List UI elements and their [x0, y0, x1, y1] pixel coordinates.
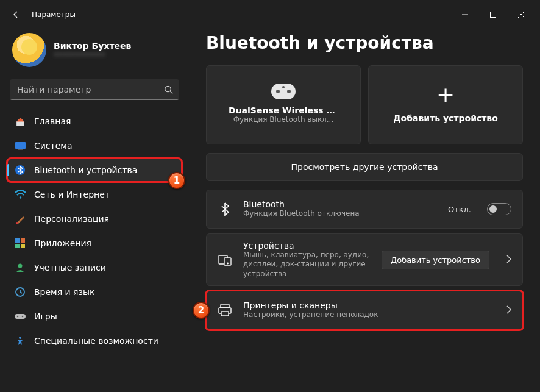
add-device-label: Добавить устройство — [393, 113, 498, 123]
controller-icon — [271, 84, 296, 99]
svg-point-15 — [22, 316, 24, 318]
sidebar-item-bluetooth-devices[interactable]: Bluetooth и устройства 1 — [7, 159, 182, 182]
sidebar-item-label: Персонализация — [34, 214, 109, 224]
setting-row-bluetooth[interactable]: Bluetooth Функция Bluetooth отключена От… — [206, 190, 523, 229]
profile-email: •••••••••••• — [54, 51, 131, 59]
printer-icon — [218, 304, 232, 316]
main-content: Bluetooth и устройства DualSense Wireles… — [189, 29, 540, 392]
sidebar-item-gaming[interactable]: Игры — [7, 305, 182, 328]
setting-subtitle: Функция Bluetooth отключена — [243, 209, 437, 219]
chevron-right-icon — [506, 254, 511, 266]
sidebar-item-accessibility[interactable]: Специальные возможности — [7, 329, 182, 352]
sidebar-item-label: Система — [34, 141, 72, 151]
svg-rect-8 — [21, 238, 25, 243]
svg-point-19 — [227, 263, 229, 264]
svg-point-11 — [18, 264, 23, 268]
clock-icon — [15, 287, 26, 298]
bluetooth-toggle[interactable] — [487, 203, 511, 215]
setting-title: Принтеры и сканеры — [243, 301, 496, 310]
device-card-dualsense[interactable]: DualSense Wireless Cont... Функция Bluet… — [206, 65, 361, 144]
setting-title: Устройства — [243, 241, 371, 251]
sidebar-item-label: Bluetooth и устройства — [34, 165, 137, 175]
wifi-icon — [15, 189, 26, 200]
annotation-marker-2: 2 — [193, 302, 210, 319]
device-card-title: DualSense Wireless Cont... — [229, 105, 338, 115]
sidebar-item-accounts[interactable]: Учетные записи — [7, 256, 182, 279]
svg-point-16 — [19, 337, 21, 339]
close-icon — [518, 12, 524, 18]
apps-icon — [15, 238, 26, 249]
brush-icon — [15, 213, 26, 224]
setting-title: Bluetooth — [243, 199, 437, 209]
sidebar-item-label: Главная — [34, 116, 71, 126]
svg-rect-20 — [221, 305, 229, 308]
svg-point-6 — [16, 222, 18, 224]
setting-row-devices[interactable]: Устройства Мышь, клавиатура, перо, аудио… — [206, 233, 523, 286]
sidebar-item-personalization[interactable]: Персонализация — [7, 207, 182, 230]
system-icon — [15, 140, 26, 151]
back-button[interactable] — [5, 4, 27, 26]
svg-rect-13 — [15, 314, 26, 319]
close-button[interactable] — [507, 5, 535, 24]
bluetooth-icon — [218, 202, 232, 216]
sidebar-item-home[interactable]: Главная — [7, 110, 182, 133]
view-more-devices-button[interactable]: Просмотреть другие устройства — [206, 153, 523, 181]
svg-point-1 — [165, 86, 171, 91]
sidebar: Виктор Бухтеев •••••••••••• Главная Сист… — [0, 29, 189, 392]
sidebar-item-label: Приложения — [34, 238, 91, 248]
view-more-label: Просмотреть другие устройства — [291, 162, 438, 172]
setting-subtitle: Мышь, клавиатура, перо, аудио, дисплеи, … — [243, 251, 371, 279]
sidebar-item-label: Время и язык — [34, 287, 94, 297]
sidebar-item-label: Игры — [34, 312, 57, 321]
svg-point-5 — [19, 196, 21, 199]
avatar — [12, 33, 46, 67]
sidebar-nav: Главная Система Bluetooth и устройства 1… — [7, 110, 182, 352]
sidebar-item-label: Учетные записи — [34, 263, 106, 273]
svg-point-14 — [17, 316, 19, 318]
add-device-button[interactable]: Добавить устройство — [382, 251, 489, 269]
sidebar-item-label: Специальные возможности — [34, 336, 158, 346]
sidebar-item-network[interactable]: Сеть и Интернет — [7, 183, 182, 206]
home-icon — [15, 116, 26, 127]
svg-rect-0 — [491, 12, 496, 18]
devices-icon — [218, 254, 232, 266]
add-device-card[interactable]: + Добавить устройство — [368, 65, 523, 144]
svg-rect-7 — [15, 238, 20, 243]
page-title: Bluetooth и устройства — [206, 33, 523, 53]
search-input[interactable] — [10, 79, 179, 100]
device-card-subtitle: Функция Bluetooth выкл... — [233, 115, 334, 124]
maximize-icon — [490, 12, 496, 18]
svg-rect-2 — [15, 142, 26, 149]
plus-icon: + — [436, 84, 455, 106]
profile-block[interactable]: Виктор Бухтеев •••••••••••• — [7, 29, 182, 77]
gamepad-icon — [15, 311, 26, 322]
svg-rect-3 — [18, 149, 23, 150]
accounts-icon — [15, 262, 26, 273]
search-icon — [164, 85, 173, 94]
sidebar-item-time-language[interactable]: Время и язык — [7, 280, 182, 304]
toggle-state-label: Откл. — [448, 205, 471, 214]
arrow-left-icon — [11, 10, 21, 20]
svg-rect-9 — [15, 244, 20, 248]
minimize-button[interactable] — [451, 5, 479, 24]
title-bar: Параметры — [0, 0, 540, 29]
sidebar-item-system[interactable]: Система — [7, 134, 182, 157]
svg-rect-22 — [221, 312, 229, 316]
maximize-button[interactable] — [479, 5, 507, 24]
bluetooth-icon — [15, 165, 26, 176]
chevron-right-icon — [506, 305, 511, 316]
sidebar-item-apps[interactable]: Приложения — [7, 232, 182, 255]
setting-subtitle: Настройки, устранение неполадок — [243, 310, 496, 320]
minimize-icon — [462, 12, 468, 18]
search-box — [10, 79, 179, 100]
accessibility-icon — [15, 335, 26, 346]
svg-rect-10 — [21, 244, 25, 248]
setting-row-printers-scanners[interactable]: Принтеры и сканеры Настройки, устранение… — [206, 291, 523, 330]
window-title: Параметры — [32, 10, 76, 19]
sidebar-item-label: Сеть и Интернет — [34, 190, 110, 199]
profile-name: Виктор Бухтеев — [54, 41, 131, 51]
